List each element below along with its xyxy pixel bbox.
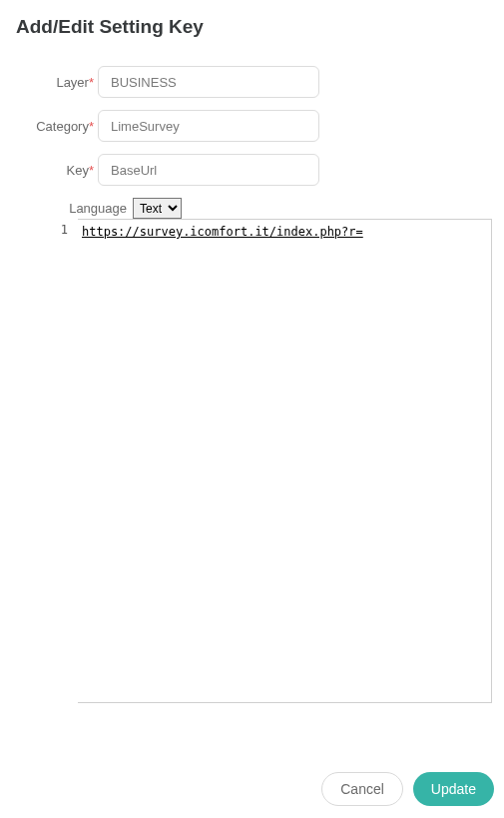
row-language: Language Text (14, 198, 490, 219)
form-area: Layer* Category* Key* Language Text 1 ht… (0, 38, 504, 703)
gutter-line-number: 1 (14, 223, 68, 237)
label-key: Key* (14, 163, 98, 178)
row-layer: Layer* (14, 66, 490, 98)
label-category-text: Category (36, 119, 89, 134)
language-select[interactable]: Text (133, 198, 182, 219)
required-marker: * (89, 75, 94, 90)
layer-input[interactable] (98, 66, 319, 98)
label-key-text: Key (67, 163, 89, 178)
label-layer-text: Layer (56, 75, 89, 90)
code-line[interactable]: https://survey.icomfort.it/index.php?r= (82, 225, 363, 239)
key-input[interactable] (98, 154, 319, 186)
code-editor: 1 https://survey.icomfort.it/index.php?r… (14, 219, 490, 703)
label-layer: Layer* (14, 75, 98, 90)
cancel-button[interactable]: Cancel (321, 772, 403, 806)
label-category: Category* (14, 119, 98, 134)
code-area[interactable]: https://survey.icomfort.it/index.php?r= (78, 219, 492, 703)
required-marker: * (89, 119, 94, 134)
update-button[interactable]: Update (413, 772, 494, 806)
gutter: 1 (14, 219, 78, 703)
row-key: Key* (14, 154, 490, 186)
category-input[interactable] (98, 110, 319, 142)
label-language: Language (14, 201, 133, 216)
required-marker: * (89, 163, 94, 178)
page-title: Add/Edit Setting Key (0, 0, 504, 38)
row-category: Category* (14, 110, 490, 142)
footer: Cancel Update (321, 772, 494, 806)
